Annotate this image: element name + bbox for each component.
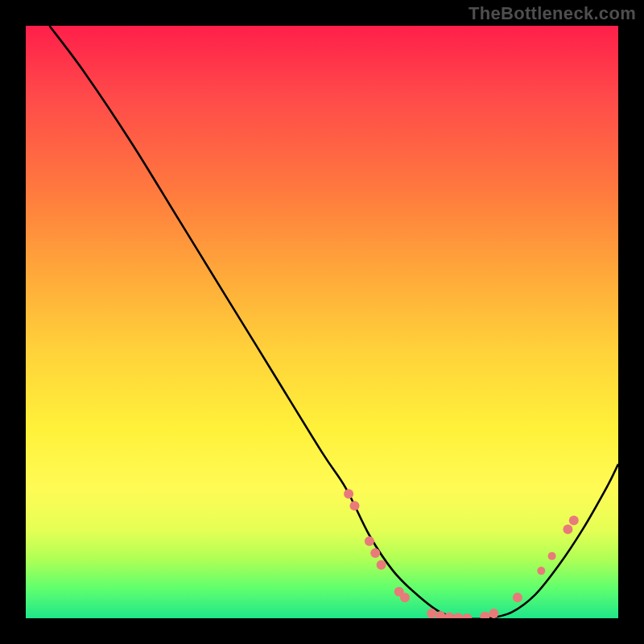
bottleneck-curve [49, 26, 618, 618]
data-marker [350, 501, 360, 510]
data-marker [489, 609, 498, 618]
marker-layer [344, 489, 579, 618]
data-marker [548, 552, 556, 560]
data-marker [370, 548, 380, 558]
data-marker [400, 592, 410, 602]
watermark-text: TheBottleneck.com [469, 3, 636, 24]
plot-area [26, 26, 618, 618]
data-marker [436, 611, 445, 618]
data-marker [480, 612, 489, 618]
chart-frame: TheBottleneck.com [0, 0, 644, 644]
data-marker [444, 613, 454, 619]
data-marker [453, 613, 463, 618]
data-marker [537, 567, 545, 575]
chart-svg [26, 26, 618, 618]
curve-layer [49, 26, 618, 618]
data-marker [427, 609, 436, 618]
data-marker [569, 516, 579, 526]
data-marker [462, 613, 472, 618]
data-marker [344, 489, 353, 498]
data-marker [365, 536, 374, 546]
data-marker [377, 560, 386, 570]
data-marker [563, 525, 572, 535]
data-marker [513, 592, 522, 602]
